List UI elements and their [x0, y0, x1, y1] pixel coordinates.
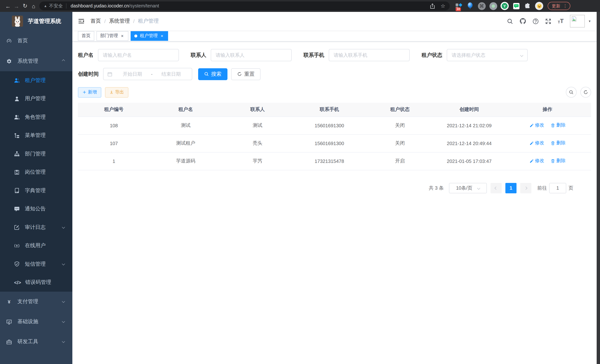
refresh-table-button[interactable]: [580, 87, 591, 98]
sidebar-item-error-code[interactable]: </> 错误码管理: [0, 273, 72, 292]
font-size-icon[interactable]: TT: [558, 18, 564, 24]
chevron-left-icon: [495, 187, 498, 190]
column-header: 联系手机: [293, 103, 365, 117]
column-header: 操作: [504, 103, 591, 117]
search-icon[interactable]: [507, 18, 513, 24]
edit-log-icon: [14, 225, 20, 230]
extension-record-icon[interactable]: [489, 2, 497, 10]
browser-menu-icon[interactable]: ⋮: [563, 3, 567, 9]
breadcrumb-item[interactable]: 系统管理: [109, 18, 130, 25]
extension-y-icon[interactable]: Y: [501, 2, 509, 10]
sidebar-item-user[interactable]: 用户管理: [0, 90, 72, 108]
user-icon: [14, 96, 20, 102]
trash-icon: [551, 159, 555, 163]
delete-link[interactable]: 删除: [551, 122, 565, 129]
phone-input[interactable]: [329, 49, 410, 61]
sidebar-item-system[interactable]: 系统管理: [0, 51, 72, 71]
edit-link[interactable]: 修改: [529, 158, 544, 164]
delete-link[interactable]: 删除: [551, 140, 565, 146]
sidebar-item-payment[interactable]: ¥ 支付管理: [0, 292, 72, 312]
toggle-search-button[interactable]: [566, 87, 577, 98]
github-icon[interactable]: [519, 18, 526, 25]
sidebar-item-sms[interactable]: 短信管理: [0, 255, 72, 273]
search-button[interactable]: 搜索: [198, 68, 227, 80]
sidebar-toggle-icon[interactable]: [78, 18, 84, 25]
browser-forward-icon[interactable]: →: [12, 3, 21, 9]
sidebar-item-role[interactable]: 角色管理: [0, 108, 72, 126]
sidebar-item-dev-tools[interactable]: 研发工具: [0, 332, 72, 352]
sidebar-item-home[interactable]: 首页: [0, 30, 72, 51]
contact-input[interactable]: [211, 49, 292, 61]
window-scrollbar-strip[interactable]: [597, 12, 600, 364]
reset-button[interactable]: 重置: [231, 68, 261, 80]
page-size-value: 10条/页: [456, 185, 472, 191]
sidebar-item-label: 短信管理: [25, 261, 46, 268]
create-time-range-picker[interactable]: 开始日期 - 结束日期: [103, 68, 192, 80]
caret-down-icon[interactable]: ▼: [588, 19, 591, 23]
sidebar-item-tenant[interactable]: 租户管理: [0, 71, 72, 90]
add-button[interactable]: 新增: [78, 87, 101, 97]
browser-home-icon[interactable]: ⌂: [29, 3, 38, 9]
refresh-icon: [583, 90, 588, 95]
sidebar-item-audit-log[interactable]: 审计日志: [0, 218, 72, 237]
extensions-puzzle-icon[interactable]: [524, 2, 532, 10]
cell-tenant-name: 测试租户: [150, 134, 222, 152]
bookmark-star-icon[interactable]: ☆: [441, 3, 445, 9]
refresh-icon: [237, 72, 242, 76]
tab-tenant[interactable]: 租户管理 ×: [131, 31, 168, 41]
browser-toolbar: ← → ↻ ⌂ ▲ 不安全 dashboard.yudao.iocoder.cn…: [0, 0, 600, 12]
extension-command-icon[interactable]: ⌘: [478, 2, 486, 10]
edit-link[interactable]: 修改: [529, 122, 544, 129]
edit-link[interactable]: 修改: [529, 140, 544, 146]
security-warning-icon[interactable]: ▲: [44, 4, 47, 8]
extension-grid-icon[interactable]: 10: [455, 2, 463, 10]
cell-actions: 修改 删除: [504, 117, 591, 134]
fullscreen-icon[interactable]: [545, 18, 551, 24]
current-page-button[interactable]: 1: [505, 183, 516, 193]
column-header: 创建时间: [434, 103, 504, 117]
extension-chat-icon[interactable]: [512, 2, 520, 10]
cell-contact: 秃头: [222, 134, 293, 152]
sidebar-item-post[interactable]: 岗位管理: [0, 163, 72, 181]
tab-home[interactable]: 首页: [78, 31, 94, 41]
sidebar-item-label: 角色管理: [25, 114, 46, 121]
sidebar-item-label: 岗位管理: [25, 169, 46, 176]
share-icon[interactable]: [430, 3, 435, 9]
next-page-button[interactable]: [520, 183, 531, 193]
sidebar-item-dept[interactable]: 部门管理: [0, 145, 72, 163]
sidebar-item-menu[interactable]: 菜单管理: [0, 126, 72, 145]
sidebar-item-infrastructure[interactable]: 基础设施: [0, 312, 72, 332]
breadcrumb-item[interactable]: 首页: [91, 18, 101, 25]
profile-avatar-icon[interactable]: [535, 2, 543, 10]
app-title: 芋道管理系统: [28, 18, 61, 25]
prev-page-button[interactable]: [490, 183, 502, 193]
user-avatar[interactable]: [570, 15, 585, 28]
browser-back-icon[interactable]: ←: [4, 3, 12, 9]
extension-balloon-icon[interactable]: [466, 2, 474, 10]
tab-label: 首页: [82, 33, 91, 39]
app-logo[interactable]: 芋道管理系统: [0, 12, 72, 30]
browser-update-button[interactable]: 更新 ⋮: [548, 2, 570, 10]
goto-page-input[interactable]: [549, 183, 566, 193]
table-header-row: 租户编号 租户名 联系人 联系手机 租户状态 创建时间 操作: [78, 103, 591, 117]
browser-reload-icon[interactable]: ↻: [21, 3, 29, 9]
url-bar[interactable]: ▲ 不安全 dashboard.yudao.iocoder.cn/system/…: [39, 1, 450, 10]
close-icon[interactable]: ×: [120, 33, 125, 38]
page-size-select[interactable]: 10条/页: [449, 183, 487, 193]
shield-check-icon: [14, 261, 20, 267]
trash-icon: [551, 141, 555, 145]
sidebar-item-online-users[interactable]: 在线用户: [0, 237, 72, 255]
tab-dept[interactable]: 部门管理 ×: [96, 31, 128, 41]
close-icon[interactable]: ×: [159, 33, 164, 38]
sidebar-item-notice[interactable]: 通知公告: [0, 200, 72, 218]
date-start-placeholder: 开始日期: [115, 71, 150, 77]
help-icon[interactable]: [533, 18, 539, 24]
tenant-name-input[interactable]: [98, 49, 179, 61]
page-content: 租户名 联系人 联系手机 租户状态 请选择租户状态: [72, 42, 597, 364]
cell-phone: 15601691300: [293, 117, 365, 134]
sidebar-item-dict[interactable]: 字典管理: [0, 181, 72, 200]
delete-link[interactable]: 删除: [551, 158, 565, 164]
export-button[interactable]: 导出: [105, 87, 128, 97]
status-select[interactable]: 请选择租户状态: [447, 49, 528, 61]
navbar: 首页 / 系统管理 / 租户管理 TT ▼: [72, 12, 597, 30]
